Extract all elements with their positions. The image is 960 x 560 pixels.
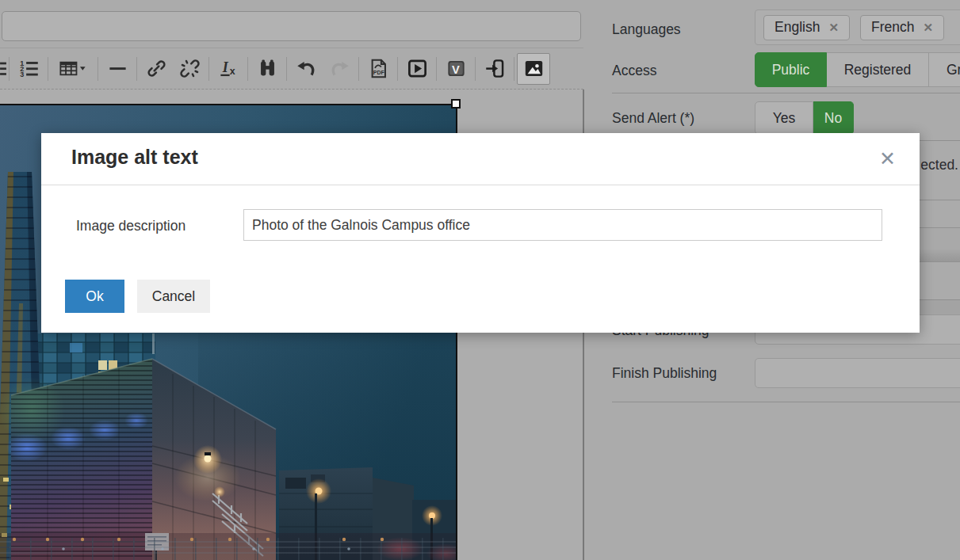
toolbar-separator (475, 57, 476, 81)
send-alert-no[interactable]: No (813, 101, 854, 135)
cms-article-editor: 1 2 3 (0, 0, 960, 560)
access-option-groups-clipped[interactable]: Gr (929, 52, 960, 87)
editor-toolbar: 1 2 3 (0, 48, 583, 90)
toolbar-separator (358, 57, 359, 81)
svg-text:x: x (229, 66, 235, 77)
send-alert-label: Send Alert (*) (612, 110, 694, 127)
language-chip-french[interactable]: French ✕ (860, 15, 944, 40)
dialog-title: Image alt text (71, 146, 198, 169)
toolbar-separator (286, 57, 287, 81)
numbered-list-icon[interactable]: 1 2 3 (12, 53, 45, 85)
table-icon[interactable] (51, 53, 95, 85)
toolbar-separator (247, 57, 248, 81)
panel-divider (612, 93, 960, 93)
image-alt-text-dialog: Image alt text ✕ Image description Ok Ca… (41, 133, 920, 333)
access-option-public[interactable]: Public (755, 52, 827, 87)
media-play-icon[interactable] (400, 53, 434, 85)
remove-format-icon[interactable]: I x (212, 53, 245, 85)
svg-text:V: V (451, 63, 459, 76)
send-alert-button-group: Yes No (755, 101, 854, 135)
send-alert-yes[interactable]: Yes (755, 101, 813, 135)
languages-field[interactable]: English ✕ French ✕ (755, 10, 960, 45)
image-icon[interactable] (517, 53, 550, 85)
horizontal-rule-icon[interactable] (101, 53, 134, 85)
access-option-registered[interactable]: Registered (827, 52, 929, 87)
vimeo-icon[interactable]: V (439, 53, 472, 85)
toolbar-separator (9, 57, 10, 81)
toolbar-separator (48, 57, 48, 81)
redo-icon[interactable] (323, 53, 356, 85)
bullet-list-icon[interactable] (0, 53, 6, 85)
access-button-group: Public Registered Gr (755, 52, 960, 87)
svg-text:PDF: PDF (373, 70, 384, 75)
image-resize-handle[interactable] (451, 99, 461, 109)
find-replace-icon[interactable] (251, 53, 284, 85)
unlink-icon[interactable] (173, 53, 206, 85)
cancel-button[interactable]: Cancel (137, 280, 210, 313)
languages-label: Languages (612, 21, 681, 38)
language-chip-english[interactable]: English ✕ (763, 15, 850, 40)
toolbar-separator (208, 57, 209, 81)
remove-chip-icon[interactable]: ✕ (828, 21, 839, 35)
image-description-input[interactable] (243, 209, 882, 241)
toolbar-separator (136, 57, 137, 81)
toolbar-separator (98, 57, 98, 81)
toolbar-separator (397, 57, 398, 81)
svg-text:I: I (221, 59, 228, 75)
ok-button[interactable]: Ok (65, 280, 124, 313)
clipped-selection-text: ected. (920, 157, 958, 173)
chip-label: French (871, 19, 914, 36)
svg-text:3: 3 (20, 70, 24, 78)
remove-chip-icon[interactable]: ✕ (923, 21, 933, 35)
finish-publishing-input[interactable] (755, 358, 960, 388)
toolbar-separator (436, 57, 437, 81)
article-title-input[interactable] (2, 11, 581, 41)
panel-divider (612, 402, 960, 402)
access-label: Access (612, 63, 656, 79)
toolbar-separator (514, 57, 514, 81)
sign-in-icon[interactable] (478, 53, 511, 85)
finish-publishing-label: Finish Publishing (612, 365, 717, 382)
link-icon[interactable] (140, 53, 173, 85)
close-icon[interactable]: ✕ (879, 149, 896, 169)
image-description-label: Image description (76, 218, 185, 234)
undo-icon[interactable] (289, 53, 323, 85)
chip-label: English (775, 19, 820, 36)
dialog-header-divider (41, 185, 920, 185)
export-pdf-icon[interactable]: PDF (361, 53, 395, 85)
